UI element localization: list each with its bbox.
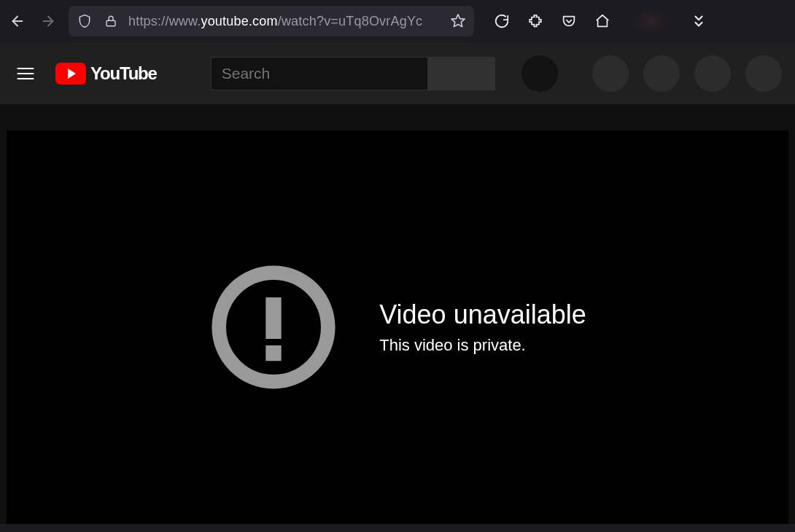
header-actions: [592, 55, 782, 92]
pocket-icon[interactable]: [560, 12, 578, 30]
shield-icon[interactable]: [76, 12, 93, 30]
url-text: https://www.youtube.com/watch?v=uTq8OvrA…: [128, 14, 441, 29]
header-placeholder[interactable]: [643, 55, 680, 92]
search-input[interactable]: [211, 57, 428, 90]
youtube-play-icon: [55, 63, 86, 85]
voice-search-button[interactable]: [521, 55, 558, 92]
home-icon[interactable]: [594, 12, 611, 30]
search-box: [211, 57, 495, 90]
reload-icon[interactable]: [493, 12, 511, 30]
header-placeholder[interactable]: [592, 55, 629, 92]
extensions-icon[interactable]: [527, 12, 544, 30]
exclamation-icon: [209, 262, 338, 392]
svg-rect-3: [266, 345, 282, 361]
header-placeholder[interactable]: [745, 55, 782, 92]
svg-rect-0: [106, 20, 115, 26]
content-area: Video unavailable This video is private.: [0, 104, 795, 524]
browser-toolbar: https://www.youtube.com/watch?v=uTq8OvrA…: [0, 0, 795, 42]
menu-button[interactable]: [13, 61, 38, 86]
youtube-header: YouTube: [0, 42, 795, 104]
video-player: Video unavailable This video is private.: [7, 130, 788, 524]
forward-button[interactable]: [38, 11, 58, 31]
video-error: Video unavailable This video is private.: [209, 262, 586, 392]
overflow-icon[interactable]: [690, 12, 707, 30]
profile-blur: [632, 8, 668, 34]
error-title: Video unavailable: [379, 300, 586, 330]
lock-icon[interactable]: [102, 12, 120, 30]
browser-actions: [493, 8, 707, 34]
error-message: This video is private.: [379, 336, 586, 355]
search-button[interactable]: [428, 57, 495, 90]
svg-rect-2: [266, 297, 282, 339]
youtube-wordmark: YouTube: [90, 63, 157, 84]
header-placeholder[interactable]: [694, 55, 731, 92]
address-bar[interactable]: https://www.youtube.com/watch?v=uTq8OvrA…: [69, 6, 474, 36]
youtube-logo[interactable]: YouTube: [55, 63, 157, 85]
back-button[interactable]: [7, 11, 28, 31]
bookmark-star-icon[interactable]: [449, 12, 467, 30]
